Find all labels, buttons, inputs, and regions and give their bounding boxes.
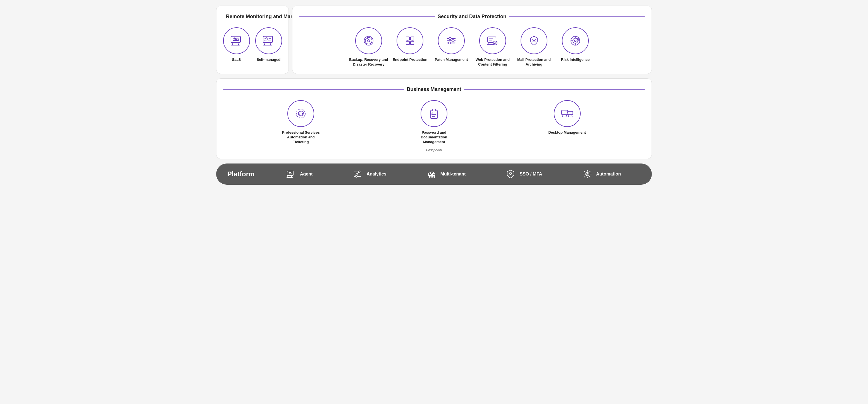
patch-label: Patch Management: [435, 58, 468, 62]
automation-icon: [582, 169, 593, 180]
svg-point-46: [578, 39, 579, 40]
svg-point-82: [432, 176, 433, 177]
svg-point-76: [355, 175, 358, 177]
biz-icons-grid: Professional Services Automation and Tic…: [223, 100, 645, 152]
password-icon: [427, 106, 441, 121]
svg-point-87: [586, 172, 589, 176]
self-managed-label: Self-managed: [257, 58, 280, 62]
security-item-patch: Patch Management: [432, 27, 471, 67]
svg-line-69: [291, 175, 292, 177]
desktop-label: Desktop Management: [548, 130, 586, 135]
web-icon-circle: [479, 27, 506, 54]
desktop-icon-circle: [554, 100, 581, 127]
self-managed-icon-circle: [255, 27, 282, 54]
svg-rect-54: [432, 109, 436, 111]
svg-point-75: [358, 171, 360, 173]
svg-line-64: [572, 115, 572, 117]
security-title: Security and Data Protection: [438, 14, 506, 20]
security-line-right: [509, 16, 645, 17]
backup-icon: [362, 33, 376, 48]
backup-label: Backup, Recovery and Disaster Recovery: [349, 58, 388, 67]
platform-items: Agent Analytics: [266, 169, 641, 180]
rmm-item-self-managed: Self-managed: [255, 27, 282, 62]
biz-title-line: Business Management: [223, 87, 645, 92]
analytics-label: Analytics: [366, 172, 386, 177]
svg-point-29: [448, 42, 451, 44]
saas-icon-circle: [223, 27, 250, 54]
security-item-web: Web Protection and Content Filtering: [473, 27, 512, 67]
rmm-icons-grid: SaaS: [223, 27, 282, 62]
security-item-risk: Risk Intelligence: [556, 27, 595, 67]
svg-line-9: [264, 42, 265, 45]
svg-rect-58: [562, 110, 568, 115]
svg-point-86: [510, 172, 512, 174]
svg-point-27: [449, 37, 451, 40]
svg-rect-18: [406, 41, 409, 45]
svg-rect-13: [268, 40, 271, 41]
svg-point-83: [434, 176, 435, 177]
biz-title: Business Management: [407, 87, 461, 92]
svg-line-31: [488, 42, 489, 45]
svg-rect-62: [568, 111, 573, 115]
svg-point-47: [296, 109, 305, 118]
endpoint-icon-circle: [397, 27, 424, 54]
svg-rect-17: [410, 37, 414, 40]
backup-icon-circle: [355, 27, 382, 54]
analytics-svg-icon: [352, 169, 363, 179]
main-container: Remote Monitoring and Management: [216, 6, 652, 185]
svg-line-59: [562, 115, 563, 117]
svg-point-40: [575, 40, 576, 41]
agent-label: Agent: [300, 172, 312, 177]
security-item-endpoint: Endpoint Protection: [391, 27, 430, 67]
svg-line-1: [232, 42, 233, 45]
web-icon: [486, 33, 500, 48]
psa-icon: [293, 106, 308, 121]
biz-card: Business Management: [216, 78, 652, 159]
mail-label: Mail Protection and Archiving: [515, 58, 554, 67]
risk-icon: [568, 33, 583, 48]
svg-rect-37: [532, 39, 536, 42]
svg-line-60: [566, 115, 567, 117]
security-icons-grid: Backup, Recovery and Disaster Recovery: [299, 27, 645, 67]
mail-icon-circle: [521, 27, 548, 54]
password-icon-circle: [421, 100, 447, 127]
svg-point-28: [452, 40, 454, 42]
svg-rect-8: [263, 36, 273, 42]
self-managed-icon: [261, 33, 276, 48]
automation-label: Automation: [596, 172, 621, 177]
multitenant-svg-icon: [427, 169, 436, 179]
patch-icon: [444, 33, 459, 48]
password-sublabel: Passportal: [426, 148, 442, 152]
multitenant-icon: [426, 169, 437, 180]
security-title-line: Security and Data Protection: [299, 14, 645, 20]
analytics-icon: [352, 169, 363, 180]
svg-rect-12: [265, 40, 267, 41]
svg-rect-19: [410, 41, 414, 45]
sso-icon: [505, 169, 516, 180]
svg-rect-16: [406, 37, 409, 40]
automation-svg-icon: [582, 169, 592, 179]
security-item-mail: Mail Protection and Archiving: [515, 27, 554, 67]
svg-point-15: [368, 40, 370, 42]
psa-icon-circle: [287, 100, 314, 127]
platform-item-automation: Automation: [582, 169, 621, 180]
mail-icon: [527, 33, 541, 48]
top-row: Remote Monitoring and Management: [216, 6, 652, 74]
security-item-backup: Backup, Recovery and Disaster Recovery: [349, 27, 388, 67]
svg-point-81: [429, 176, 430, 177]
svg-line-68: [287, 175, 288, 177]
risk-label: Risk Intelligence: [561, 58, 590, 62]
svg-line-2: [238, 42, 239, 45]
endpoint-icon: [403, 33, 417, 48]
platform-bar: Platform Agent: [216, 164, 652, 185]
risk-icon-circle: [562, 27, 589, 54]
biz-item-password: Password and Documentation Management Pa…: [414, 100, 454, 152]
biz-item-psa: Professional Services Automation and Tic…: [281, 100, 320, 144]
svg-point-74: [356, 173, 358, 175]
platform-item-analytics: Analytics: [352, 169, 386, 180]
endpoint-label: Endpoint Protection: [393, 58, 427, 62]
platform-item-sso: SSO / MFA: [505, 169, 542, 180]
svg-rect-53: [431, 110, 437, 119]
biz-line-left: [223, 89, 404, 90]
biz-line-right: [464, 89, 645, 90]
